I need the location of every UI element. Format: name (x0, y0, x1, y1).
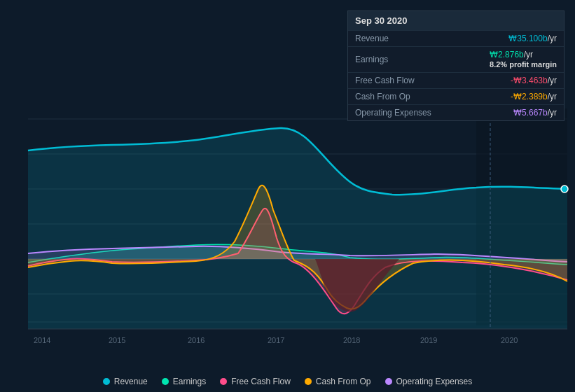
tooltip-earnings-row: Earnings ₩2.876b/yr 8.2% profit margin (348, 46, 564, 72)
fcf-label: Free Cash Flow (355, 76, 415, 85)
earnings-label: Earnings (355, 55, 388, 64)
tooltip-date: Sep 30 2020 (348, 11, 564, 30)
svg-text:2014: 2014 (34, 336, 50, 344)
legend-cashop-label: Cash From Op (316, 377, 371, 386)
opex-label: Operating Expenses (355, 108, 431, 118)
cashop-dot (305, 378, 312, 385)
revenue-value: ₩35.100b/yr (508, 34, 557, 43)
cashop-label: Cash From Op (355, 92, 410, 102)
legend-revenue: Revenue (103, 377, 148, 386)
tooltip-revenue-row: Revenue ₩35.100b/yr (348, 30, 564, 46)
legend-earnings-label: Earnings (173, 377, 206, 386)
legend-fcf-label: Free Cash Flow (231, 377, 291, 386)
opex-dot (385, 378, 392, 385)
earnings-dot (162, 378, 169, 385)
tooltip-opex-row: Operating Expenses ₩5.667b/yr (348, 104, 564, 120)
fcf-value: -₩3.463b/yr (511, 76, 557, 85)
svg-text:2017: 2017 (268, 336, 284, 344)
tooltip-fcf-row: Free Cash Flow -₩3.463b/yr (348, 72, 564, 88)
cashop-value: -₩2.389b/yr (511, 92, 557, 102)
legend-cashop: Cash From Op (305, 377, 371, 386)
svg-text:2015: 2015 (109, 336, 125, 344)
legend-opex: Operating Expenses (385, 377, 473, 386)
svg-text:2019: 2019 (420, 336, 437, 344)
tooltip-cashop-row: Cash From Op -₩2.389b/yr (348, 88, 564, 104)
svg-point-18 (561, 186, 568, 192)
svg-text:2018: 2018 (343, 336, 360, 344)
svg-text:2016: 2016 (188, 336, 205, 344)
tooltip-panel: Sep 30 2020 Revenue ₩35.100b/yr Earnings… (347, 10, 564, 121)
revenue-label: Revenue (355, 34, 389, 43)
opex-value: ₩5.667b/yr (513, 108, 557, 118)
fcf-dot (220, 378, 227, 385)
svg-text:2020: 2020 (501, 336, 518, 344)
earnings-value: ₩2.876b/yr 8.2% profit margin (490, 50, 557, 69)
legend-fcf: Free Cash Flow (220, 377, 291, 386)
legend-revenue-label: Revenue (114, 377, 148, 386)
chart-legend: Revenue Earnings Free Cash Flow Cash Fro… (0, 377, 575, 386)
revenue-dot (103, 378, 110, 385)
legend-earnings: Earnings (162, 377, 206, 386)
legend-opex-label: Operating Expenses (396, 377, 473, 386)
